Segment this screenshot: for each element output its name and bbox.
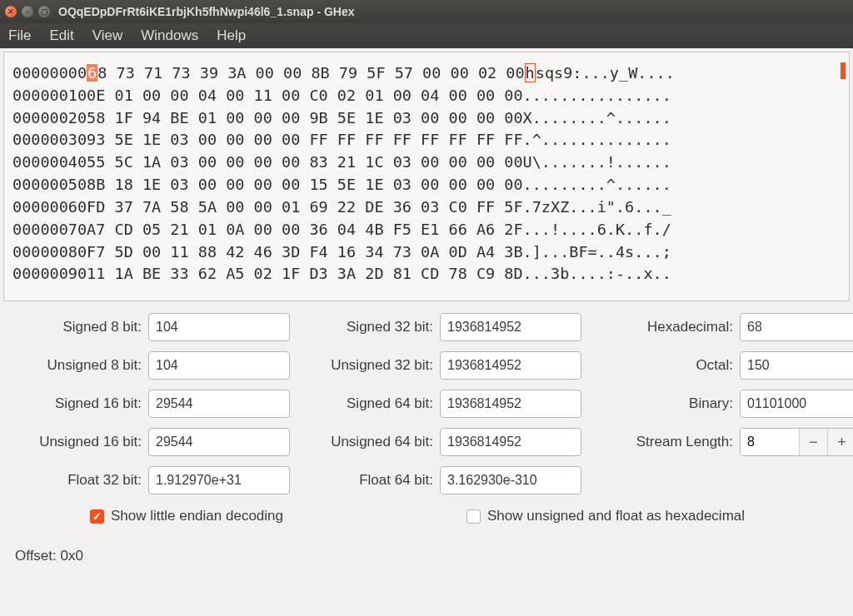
- window-title: OQqEDpDFrRt6iKE1rbjKh5fhNwpi46l6_1.snap …: [58, 5, 355, 18]
- label-stream-length: Stream Length:: [615, 434, 740, 450]
- checkbox-empty-icon: [466, 509, 481, 524]
- label-signed-32: Signed 32 bit:: [323, 319, 440, 335]
- input-float-32[interactable]: [148, 466, 290, 494]
- offset-cell: 00000010: [12, 87, 87, 104]
- input-signed-8[interactable]: [148, 313, 290, 341]
- hex-row[interactable]: 000000508B 18 1E 03 00 00 00 00 15 5E 1E…: [12, 174, 841, 196]
- menu-windows[interactable]: Windows: [141, 27, 198, 44]
- maximize-icon[interactable]: ▢: [38, 6, 50, 17]
- offset-cell: 00000060: [12, 198, 87, 216]
- hex-row[interactable]: 00000070A7 CD 05 21 01 0A 00 00 36 04 4B…: [12, 219, 841, 241]
- input-unsigned-64[interactable]: [440, 428, 581, 456]
- checkbox-little-endian-label: Show little endian decoding: [111, 508, 283, 524]
- hex-row[interactable]: 00000060FD 37 7A 58 5A 00 00 01 69 22 DE…: [12, 196, 841, 219]
- input-signed-16[interactable]: [148, 390, 290, 418]
- offset-cell: 00000050: [12, 176, 87, 193]
- hex-row[interactable]: 000000100E 01 00 00 04 00 11 00 C0 02 01…: [12, 85, 841, 107]
- checkbox-unsigned-hex[interactable]: Show unsigned and float as hexadecimal: [466, 508, 745, 524]
- ascii-cell: X........^......: [523, 109, 671, 127]
- checkbox-little-endian[interactable]: ✓ Show little endian decoding: [90, 508, 283, 524]
- scrollbar-thumb[interactable]: [841, 62, 846, 79]
- checkbox-unsigned-hex-label: Show unsigned and float as hexadecimal: [487, 508, 745, 524]
- offset-cell: 00000020: [12, 109, 87, 127]
- ascii-cell: .........^......: [523, 176, 671, 193]
- ascii-cell: .7zXZ...i".6..._: [523, 198, 671, 216]
- hex-row[interactable]: 0000003093 5E 1E 03 00 00 00 00 FF FF FF…: [12, 129, 841, 152]
- input-stream-length[interactable]: [741, 429, 799, 455]
- offset-cell: 00000080: [12, 243, 87, 261]
- hex-row[interactable]: 0000004055 5C 1A 03 00 00 00 00 83 21 1C…: [12, 152, 841, 174]
- label-binary: Binary:: [615, 395, 740, 412]
- ascii-cursor[interactable]: h: [525, 63, 536, 82]
- hex-row[interactable]: 00000080F7 5D 00 11 88 42 46 3D F4 16 34…: [12, 241, 841, 264]
- label-float-32: Float 32 bit:: [15, 472, 148, 489]
- offset-cell: 00000000: [12, 64, 87, 82]
- minimize-icon[interactable]: –: [22, 6, 33, 17]
- stream-length-increase[interactable]: +: [827, 429, 853, 455]
- label-signed-64: Signed 64 bit:: [323, 395, 440, 412]
- offset-cell: 00000040: [12, 153, 87, 171]
- hex-byte-cursor[interactable]: 6: [87, 64, 97, 82]
- ascii-cell: ................: [523, 87, 671, 104]
- input-unsigned-32[interactable]: [440, 351, 581, 380]
- label-octal: Octal:: [615, 357, 740, 374]
- input-hex[interactable]: [740, 313, 853, 341]
- ascii-cell: hsqs9:...y_W....: [525, 63, 675, 82]
- label-signed-8: Signed 8 bit:: [15, 319, 148, 335]
- hex-row[interactable]: 0000002058 1F 94 BE 01 00 00 00 9B 5E 1E…: [12, 107, 841, 130]
- window-buttons: ✕ – ▢: [5, 6, 50, 17]
- hex-row[interactable]: 0000009011 1A BE 33 62 A5 02 1F D3 3A 2D…: [12, 263, 841, 286]
- label-unsigned-64: Unsigned 64 bit:: [323, 434, 440, 450]
- menubar: File Edit View Windows Help: [0, 23, 853, 48]
- menu-help[interactable]: Help: [217, 27, 246, 44]
- ascii-cell: .^..............: [523, 131, 671, 148]
- ascii-cell: ...!....6.K..f./: [523, 221, 671, 238]
- menu-edit[interactable]: Edit: [49, 27, 73, 44]
- stream-length-stepper: − +: [740, 428, 853, 456]
- ascii-cell: ...3b....:-..x..: [523, 265, 671, 282]
- stream-length-decrease[interactable]: −: [799, 429, 827, 455]
- checkmark-icon: ✓: [90, 509, 104, 524]
- offset-cell: 00000030: [12, 131, 87, 148]
- offset-cell: 00000070: [12, 221, 87, 238]
- input-binary[interactable]: [740, 390, 853, 418]
- close-icon[interactable]: ✕: [5, 6, 17, 17]
- label-unsigned-8: Unsigned 8 bit:: [15, 357, 148, 374]
- statusbar: Offset: 0x0: [0, 538, 853, 574]
- input-octal[interactable]: [740, 351, 853, 380]
- label-unsigned-32: Unsigned 32 bit:: [323, 357, 440, 374]
- hex-editor[interactable]: 0000000068 73 71 73 39 3A 00 00 8B 79 5F…: [3, 52, 850, 301]
- titlebar: ✕ – ▢ OQqEDpDFrRt6iKE1rbjKh5fhNwpi46l6_1…: [0, 0, 853, 23]
- status-offset: Offset: 0x0: [15, 548, 83, 564]
- input-unsigned-8[interactable]: [148, 351, 290, 380]
- input-signed-64[interactable]: [440, 390, 581, 418]
- menu-view[interactable]: View: [92, 27, 123, 44]
- menu-file[interactable]: File: [8, 27, 31, 44]
- hex-row[interactable]: 0000000068 73 71 73 39 3A 00 00 8B 79 5F…: [12, 62, 841, 85]
- input-signed-32[interactable]: [440, 313, 581, 341]
- label-hex: Hexadecimal:: [615, 319, 740, 335]
- input-float-64[interactable]: [440, 466, 581, 494]
- ascii-cell: .]...BF=..4s...;: [523, 243, 671, 261]
- offset-cell: 00000090: [12, 265, 87, 282]
- label-unsigned-16: Unsigned 16 bit:: [15, 434, 148, 450]
- decode-panel: Signed 8 bit: Signed 32 bit: Hexadecimal…: [0, 305, 853, 538]
- input-unsigned-16[interactable]: [148, 428, 290, 456]
- ascii-cell: U\.......!......: [523, 153, 671, 171]
- label-float-64: Float 64 bit:: [323, 472, 440, 489]
- label-signed-16: Signed 16 bit:: [15, 395, 148, 412]
